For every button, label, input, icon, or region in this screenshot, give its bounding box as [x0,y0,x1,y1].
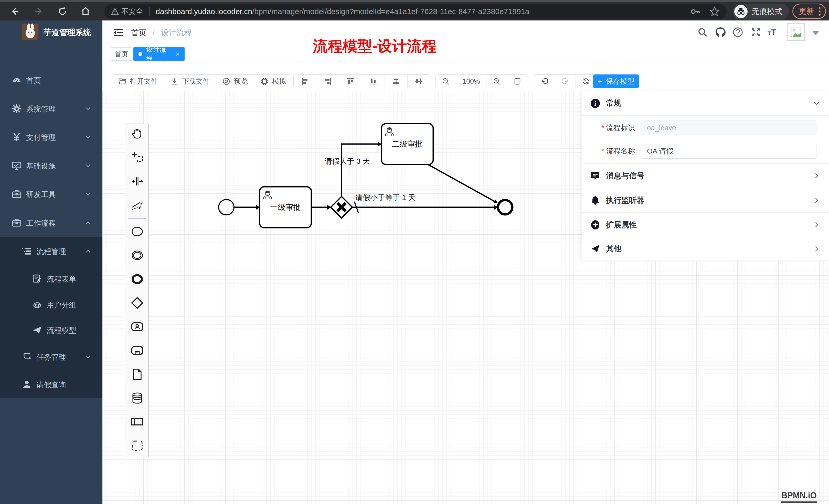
person-icon [22,380,32,389]
save-model-button[interactable]: + 保存模型 [593,74,639,88]
chevron-right-icon [813,222,820,228]
flow-label: 请假大于 3 天 [324,157,370,165]
send-icon [590,244,600,254]
sidebar-item-infrastructure[interactable]: 基础设施 [0,153,102,179]
avatar-caret-icon[interactable] [812,31,819,35]
align-right-button[interactable] [317,75,339,88]
sidebar-item-workflow[interactable]: 工作流程 [0,209,102,236]
home-icon[interactable] [80,6,91,17]
breadcrumb-current: 设计流程 [161,28,192,37]
incognito-label: 无痕模式 [752,6,783,17]
tree-list-icon [22,246,32,256]
brand[interactable]: 芋道管理系统 [0,21,102,64]
key-icon[interactable] [690,6,700,16]
search-icon[interactable] [697,27,708,38]
help-icon[interactable] [732,27,744,38]
redo-icon [561,77,569,85]
process-name-input[interactable] [641,144,817,159]
sidebar-item-leave-query[interactable]: 请假查询 [0,371,102,398]
close-icon[interactable]: × [176,50,179,58]
forward-icon[interactable] [33,6,44,17]
section-extended-attributes[interactable]: 扩展属性 [582,213,829,237]
undo-button[interactable] [534,75,555,88]
sequence-flow-gt3[interactable] [341,144,378,196]
font-size-icon[interactable]: TT [767,27,779,38]
robot-face-icon [32,300,42,310]
redo-button[interactable] [555,75,576,88]
chevron-right-icon [813,172,820,179]
avatar[interactable] [787,23,805,41]
chevron-down-icon [85,354,91,360]
start-event[interactable] [219,200,234,215]
properties-panel: i 常规 * 流程标识 * 流程名称 消息与信 [582,91,829,261]
sidebar-item-label: 流程表单 [46,274,76,284]
form-edit-icon [32,274,42,284]
process-key-input[interactable] [641,120,817,135]
download-icon [170,77,178,85]
refresh-icon [582,77,590,85]
sidebar-collapse-icon[interactable] [113,27,124,38]
align-top-icon [347,77,355,85]
align-top-button[interactable] [339,75,362,88]
sidebar-item-user-group[interactable]: 用户分组 [0,292,102,318]
sidebar-item-task-mgmt[interactable]: 任务管理 [0,344,102,370]
bpmn-canvas[interactable]: 一级审批 请假大于 3 天 二级审批 [102,91,829,504]
github-icon[interactable] [715,27,726,38]
section-general[interactable]: i 常规 [582,91,829,116]
align-middle-icon [392,77,400,85]
sidebar-item-dev-tools[interactable]: 研发工具 [0,181,102,207]
sidebar-item-process-form[interactable]: 流程表单 [0,266,102,292]
tags-view-bar: 首页 设计流程 × [102,44,829,62]
simulate-button[interactable]: 模拟 [254,75,292,88]
download-file-button[interactable]: 下载文件 [164,75,216,88]
page-url[interactable]: dashboard.yudao.iocoder.cn/bpm/manager/m… [156,7,530,16]
zoom-button-group: 100% [435,74,528,88]
align-button-group [293,74,430,88]
sidebar-item-process-model[interactable]: 流程模型 [0,317,102,343]
sidebar-item-system[interactable]: 系统管理 [0,95,102,122]
security-chip[interactable]: 不安全 [111,7,143,16]
section-message-signal[interactable]: 消息与信号 [582,164,829,188]
url-bar[interactable]: 不安全 dashboard.yudao.iocoder.cn/bpm/manag… [104,4,727,19]
end-event[interactable] [498,200,512,215]
svg-text:i: i [594,100,596,107]
chevron-down-icon [85,106,91,112]
section-execution-listener[interactable]: 执行监听器 [582,188,829,212]
zoom-level[interactable]: 100% [456,75,486,88]
align-center-icon [415,77,423,85]
sequence-flow[interactable] [428,164,495,202]
update-label: 更新 [799,6,814,16]
sidebar-item-label: 工作流程 [26,218,56,228]
reload-icon[interactable] [57,6,68,17]
tab-design-process[interactable]: 设计流程 × [133,47,185,61]
tab-home[interactable]: 首页 [111,47,132,61]
message-icon [590,171,600,181]
chevron-right-icon [813,245,820,252]
section-other[interactable]: 其他 [582,237,829,261]
chevron-up-icon [85,248,91,254]
sidebar-item-process-mgmt[interactable]: 流程管理 [0,238,102,265]
zoom-reset-button[interactable] [507,75,528,88]
bookmark-star-icon[interactable] [709,6,720,17]
dashboard-icon [12,75,22,85]
sidebar-item-label: 基础设施 [26,161,56,171]
fullscreen-icon[interactable] [750,27,761,38]
open-file-button[interactable]: 打开文件 [112,75,164,88]
sidebar-item-home[interactable]: 首页 [0,67,102,93]
align-center-horizontal-button[interactable] [407,75,430,88]
back-icon[interactable] [9,6,21,17]
folder-icon [118,77,127,85]
align-center-vertical-button[interactable] [385,75,407,88]
sidebar-item-payment[interactable]: 支付管理 [0,124,102,150]
browser-menu-button[interactable]: 更新 [792,4,826,19]
breadcrumb-home[interactable]: 首页 [131,28,146,37]
align-bottom-button[interactable] [362,75,385,88]
zoom-in-button[interactable] [486,75,507,88]
align-left-button[interactable] [294,75,317,88]
zoom-out-button[interactable] [435,75,456,88]
bpmn-io-logo[interactable]: BPMN.iO [781,490,817,503]
gear-icon [12,104,22,114]
chevron-down-icon [813,100,820,107]
preview-button[interactable]: 预览 [216,75,254,88]
brand-logo [22,24,38,40]
